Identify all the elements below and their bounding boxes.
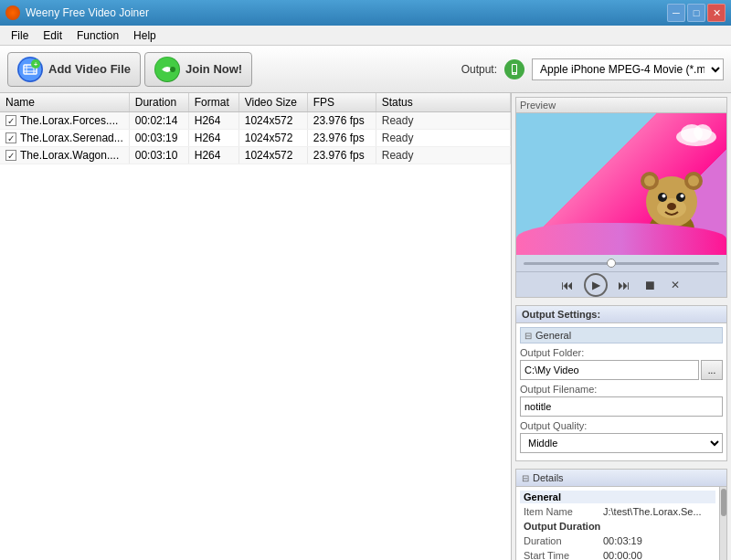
menu-bar: File Edit Function Help bbox=[0, 26, 731, 46]
general-group-header[interactable]: ⊟ General bbox=[520, 327, 723, 343]
details-general-row: General bbox=[520, 491, 715, 503]
minimize-button[interactable]: ─ bbox=[667, 4, 685, 22]
row-format-1: H264 bbox=[188, 112, 238, 130]
menu-edit[interactable]: Edit bbox=[36, 27, 69, 44]
row-fps-2: 23.976 fps bbox=[307, 130, 376, 147]
row-fps-1: 23.976 fps bbox=[307, 112, 376, 130]
row-checkbox-2[interactable]: ✓ bbox=[5, 132, 16, 143]
item-name-value: J:\test\The.Lorax.Se... bbox=[599, 505, 715, 518]
menu-help[interactable]: Help bbox=[126, 27, 164, 44]
window-title: Weeny Free Video Joiner bbox=[26, 6, 149, 19]
scrollbar[interactable] bbox=[719, 487, 726, 560]
details-output-duration-row: Output Duration bbox=[520, 520, 715, 533]
details-header[interactable]: ⊟ Details bbox=[516, 470, 726, 487]
menu-function[interactable]: Function bbox=[69, 27, 126, 44]
row-name-3: The.Lorax.Wagon.... bbox=[20, 149, 119, 162]
svg-point-25 bbox=[667, 203, 676, 210]
start-time-label: Start Time bbox=[520, 549, 598, 560]
output-area: Output: Apple iPhone MPEG-4 Movie (*.mp4… bbox=[461, 58, 724, 80]
stop-button[interactable]: ⏹ bbox=[641, 276, 659, 294]
details-label: Details bbox=[533, 472, 564, 483]
col-status[interactable]: Status bbox=[376, 93, 510, 112]
menu-file[interactable]: File bbox=[4, 27, 36, 44]
row-status-1: Ready bbox=[376, 112, 510, 130]
output-format-select[interactable]: Apple iPhone MPEG-4 Movie (*.mp4) bbox=[532, 58, 724, 80]
svg-point-13 bbox=[514, 72, 515, 74]
row-checkbox-1[interactable]: ✓ bbox=[5, 115, 16, 126]
output-settings-section: Output Settings: ⊟ General Output Folder… bbox=[515, 305, 727, 461]
folder-input[interactable] bbox=[520, 360, 699, 380]
row-name-1: The.Lorax.Forces.... bbox=[20, 114, 118, 127]
quality-select[interactable]: Low Middle High bbox=[520, 433, 723, 453]
scroll-thumb[interactable] bbox=[721, 489, 726, 516]
row-duration-3: 00:03:10 bbox=[129, 147, 188, 164]
cloud-decoration bbox=[673, 121, 719, 149]
row-size-3: 1024x572 bbox=[238, 147, 307, 164]
folder-row: Output Folder: ... bbox=[520, 347, 723, 380]
start-time-value: 00:00:00 bbox=[599, 549, 715, 560]
duration-value: 00:03:19 bbox=[599, 534, 715, 547]
svg-point-22 bbox=[676, 193, 685, 202]
title-bar: Weeny Free Video Joiner ─ □ ✕ bbox=[0, 0, 731, 26]
details-item-name-row: Item Name J:\test\The.Lorax.Se... bbox=[520, 505, 715, 518]
col-video-size[interactable]: Video Size bbox=[238, 93, 307, 112]
file-list-panel: Name Duration Format Video Size FPS Stat… bbox=[0, 93, 512, 560]
preview-label: Preview bbox=[516, 98, 726, 113]
row-status-2: Ready bbox=[376, 130, 510, 147]
col-fps[interactable]: FPS bbox=[307, 93, 376, 112]
item-name-label: Item Name bbox=[520, 505, 598, 518]
details-section: ⊟ Details General Item Name J:\test\The.… bbox=[515, 469, 727, 560]
row-checkbox-3[interactable]: ✓ bbox=[5, 150, 16, 161]
toolbar: + Add Video File Join Now! Output: Apple… bbox=[0, 46, 731, 93]
col-duration[interactable]: Duration bbox=[129, 93, 188, 112]
skip-forward-button[interactable]: ⏭ bbox=[615, 276, 633, 294]
preview-slider-thumb[interactable] bbox=[607, 259, 616, 268]
collapse-icon: ⊟ bbox=[524, 331, 532, 341]
details-table: General Item Name J:\test\The.Lorax.Se..… bbox=[516, 487, 719, 560]
general-group-label: General bbox=[535, 330, 571, 341]
folder-label: Output Folder: bbox=[520, 347, 723, 358]
join-now-button[interactable]: Join Now! bbox=[144, 52, 252, 87]
table-row: ✓ The.Lorax.Wagon.... 00:03:10 H264 1024… bbox=[0, 147, 511, 164]
duration-label: Duration bbox=[520, 534, 598, 547]
svg-rect-12 bbox=[513, 65, 516, 72]
add-video-button[interactable]: + Add Video File bbox=[7, 52, 141, 87]
svg-point-23 bbox=[662, 195, 666, 198]
svg-point-17 bbox=[644, 175, 655, 186]
filename-label: Output Filename: bbox=[520, 384, 723, 395]
preview-section: Preview bbox=[515, 97, 727, 298]
play-button[interactable]: ▶ bbox=[584, 273, 608, 297]
output-settings-header: Output Settings: bbox=[516, 306, 726, 323]
preview-slider[interactable] bbox=[524, 262, 719, 265]
join-now-label: Join Now! bbox=[185, 62, 242, 76]
close-preview-button[interactable]: ✕ bbox=[666, 276, 684, 294]
quality-label: Output Quality: bbox=[520, 420, 723, 431]
preview-video bbox=[516, 113, 726, 255]
preview-controls: ⏮ ▶ ⏭ ⏹ ✕ bbox=[516, 271, 726, 297]
filename-input[interactable] bbox=[520, 396, 723, 417]
details-start-time-row: Start Time 00:00:00 bbox=[520, 549, 715, 560]
right-panel: Preview bbox=[512, 93, 731, 560]
col-format[interactable]: Format bbox=[188, 93, 238, 112]
phone-icon bbox=[504, 59, 524, 79]
table-row: ✓ The.Lorax.Forces.... 00:02:14 H264 102… bbox=[0, 112, 511, 130]
file-table: Name Duration Format Video Size FPS Stat… bbox=[0, 93, 511, 164]
svg-point-21 bbox=[658, 193, 667, 202]
close-button[interactable]: ✕ bbox=[707, 4, 726, 22]
details-collapse-icon: ⊟ bbox=[522, 473, 529, 483]
row-fps-3: 23.976 fps bbox=[307, 147, 376, 164]
settings-body: ⊟ General Output Folder: ... Output File… bbox=[516, 323, 726, 460]
row-format-3: H264 bbox=[188, 147, 238, 164]
col-name[interactable]: Name bbox=[0, 93, 129, 112]
wave-decoration bbox=[516, 223, 726, 255]
svg-point-24 bbox=[681, 195, 684, 198]
skip-back-button[interactable]: ⏮ bbox=[558, 276, 577, 294]
join-icon bbox=[154, 57, 180, 82]
add-icon: + bbox=[17, 57, 43, 82]
browse-button[interactable]: ... bbox=[701, 360, 723, 380]
maximize-button[interactable]: □ bbox=[687, 4, 705, 22]
row-size-1: 1024x572 bbox=[238, 112, 307, 130]
svg-text:+: + bbox=[34, 61, 37, 68]
add-video-label: Add Video File bbox=[48, 62, 131, 76]
row-duration-1: 00:02:14 bbox=[129, 112, 188, 130]
